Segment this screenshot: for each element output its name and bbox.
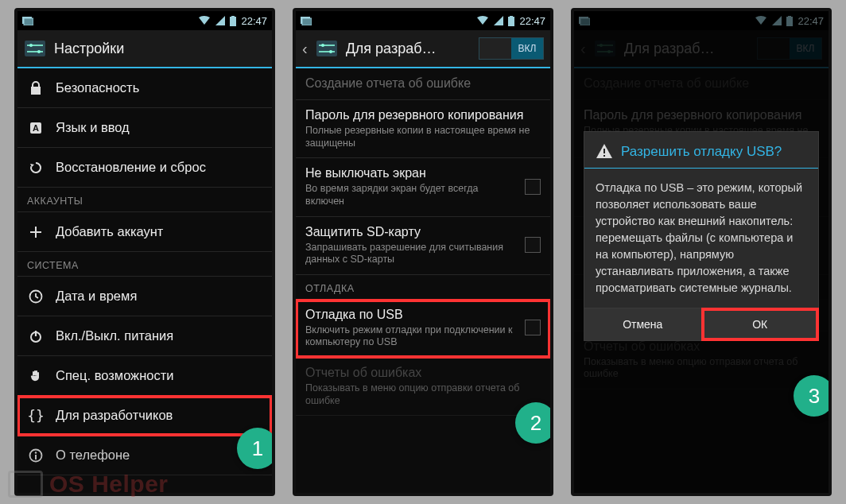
checkbox[interactable] (525, 320, 541, 335)
svg-point-8 (37, 50, 41, 53)
settings-item-label: Для разработчиков (56, 408, 173, 423)
app-bar: Настройки (17, 30, 272, 68)
step-badge-1: 1 (237, 428, 272, 469)
hand-icon (27, 369, 45, 383)
svg-point-7 (29, 44, 33, 47)
settings-item-power[interactable]: Вкл./Выкл. питания (17, 316, 272, 356)
page-title: Для разраб… (346, 41, 471, 57)
toggle-on-label: ВКЛ (511, 38, 543, 59)
settings-item-security[interactable]: Безопасность (17, 68, 272, 108)
settings-item-label: Восстановление и сброс (56, 160, 206, 175)
settings-list: Безопасность A Язык и ввод Восстановлени… (17, 68, 272, 475)
signal-icon (215, 16, 225, 25)
svg-text:A: A (33, 123, 39, 133)
svg-point-16 (35, 452, 37, 453)
dev-item-stay-awake[interactable]: Не выключать экран Во время зарядки экра… (296, 158, 550, 216)
settings-item-label: Вкл./Выкл. питания (56, 328, 173, 343)
settings-item-label: Безопасность (56, 80, 139, 95)
restore-icon (27, 161, 45, 175)
dialog-title: Разрешить отладку USB? (621, 143, 782, 160)
wifi-icon (198, 16, 211, 25)
status-time: 22:47 (241, 15, 267, 27)
language-icon: A (27, 122, 45, 134)
svg-rect-9 (31, 87, 41, 95)
dialog-scrim: Разрешить отладку USB? Отладка по USB – … (574, 11, 829, 493)
step-badge-3: 3 (794, 375, 829, 417)
settings-item-developer-options[interactable]: {} Для разработчиков (17, 396, 272, 436)
power-icon (27, 329, 45, 343)
dialog-body: Отладка по USB – это режим, который позв… (584, 169, 818, 308)
clock-icon (27, 289, 45, 304)
settings-item-add-account[interactable]: Добавить аккаунт (17, 212, 272, 252)
battery-icon (508, 16, 514, 26)
section-accounts: Аккаунты (17, 188, 272, 212)
settings-item-label: Добавить аккаунт (56, 224, 163, 239)
dialog-ok-button[interactable]: ОК (702, 308, 819, 340)
screenshot-notif-icon (301, 16, 312, 25)
svg-rect-3 (231, 16, 235, 17)
status-bar: 22:47 (17, 11, 272, 30)
settings-item-backup-reset[interactable]: Восстановление и сброс (17, 148, 272, 188)
dev-item-bugreport[interactable]: Создание отчета об ошибке (296, 68, 550, 100)
dev-item-protect-sd[interactable]: Защитить SD-карту Запрашивать разрешение… (296, 217, 550, 275)
app-bar: ‹ Для разраб… ВКЛ (296, 30, 550, 68)
watermark: OS Helper (8, 471, 169, 498)
phone-screenshot-2: 22:47 ‹ Для разраб… ВКЛ Создание отчета … (293, 8, 553, 496)
svg-point-26 (329, 50, 332, 53)
lock-icon (27, 81, 45, 95)
phone-screenshot-1: 22:47 Настройки (14, 8, 275, 496)
section-debug: Отладка (296, 275, 550, 300)
status-time: 22:47 (519, 15, 545, 27)
settings-item-about[interactable]: О телефоне (17, 436, 272, 475)
svg-rect-21 (510, 16, 513, 17)
warning-icon (596, 143, 613, 159)
settings-item-label: Дата и время (56, 289, 137, 304)
section-system: Система (17, 252, 272, 277)
dev-options-list: Создание отчета об ошибке Пароль для рез… (296, 68, 550, 416)
svg-rect-20 (508, 17, 514, 26)
back-icon[interactable]: ‹ (302, 40, 308, 58)
settings-item-language[interactable]: A Язык и ввод (17, 108, 272, 148)
signal-icon (494, 16, 503, 25)
wifi-icon (476, 16, 489, 25)
svg-rect-22 (316, 41, 337, 56)
svg-rect-17 (35, 455, 37, 459)
settings-item-accessibility[interactable]: Спец. возможности (17, 356, 272, 396)
svg-rect-4 (25, 41, 45, 56)
svg-rect-37 (603, 155, 605, 157)
svg-point-25 (321, 44, 324, 47)
screenshot-notif-icon (22, 16, 33, 25)
dev-item-backup-password[interactable]: Пароль для резервного копирования Полные… (296, 100, 550, 158)
settings-icon (24, 37, 46, 60)
dialog-cancel-button[interactable]: Отмена (584, 308, 701, 340)
page-title: Настройки (54, 41, 266, 57)
battery-icon (230, 16, 236, 26)
svg-rect-36 (603, 149, 605, 153)
info-icon (27, 448, 45, 463)
svg-rect-1 (24, 18, 33, 25)
checkbox[interactable] (525, 179, 541, 195)
svg-rect-2 (230, 17, 236, 26)
svg-rect-19 (302, 18, 312, 25)
status-bar: 22:47 (296, 11, 550, 30)
usb-debug-dialog: Разрешить отладку USB? Отладка по USB – … (584, 131, 819, 341)
plus-icon (27, 226, 45, 238)
settings-item-label: Язык и ввод (56, 120, 130, 135)
step-badge-2: 2 (515, 402, 550, 444)
settings-item-datetime[interactable]: Дата и время (17, 277, 272, 316)
master-toggle[interactable]: ВКЛ (479, 37, 544, 60)
phone-screenshot-3: 22:47 ‹ Для разраб… ВКЛ Создание отчета … (571, 8, 832, 496)
braces-icon: {} (27, 407, 45, 424)
settings-item-label: Спец. возможности (56, 368, 173, 383)
dev-item-error-reports[interactable]: Отчеты об ошибках Показывать в меню опци… (296, 358, 550, 416)
dev-item-usb-debugging[interactable]: Отладка по USB Включить режим отладки пр… (296, 300, 550, 358)
settings-icon[interactable] (316, 37, 338, 60)
checkbox[interactable] (525, 237, 541, 253)
settings-item-label: О телефоне (56, 448, 130, 463)
